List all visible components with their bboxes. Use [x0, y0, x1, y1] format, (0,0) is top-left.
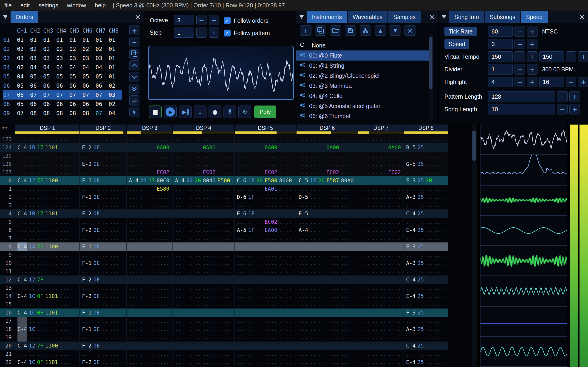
- menu-help[interactable]: help: [90, 2, 110, 9]
- pattern-cell-dsp6[interactable]: ...............: [296, 309, 358, 317]
- tab-wavetables[interactable]: Wavetables: [348, 11, 388, 23]
- pattern-cell-dsp8[interactable]: ...........: [404, 333, 448, 342]
- pattern-cell-dsp2[interactable]: ...........: [79, 251, 126, 259]
- pattern-cell-dsp6[interactable]: ...............: [296, 201, 358, 209]
- pattern-cell-dsp6[interactable]: ...............: [296, 242, 358, 251]
- pattern-cell-dsp4[interactable]: ...............: [173, 251, 234, 259]
- order-cell[interactable]: 07: [95, 110, 109, 117]
- pattern-cell-dsp3[interactable]: ...........: [126, 135, 173, 143]
- pattern-cell-dsp8[interactable]: ...........: [404, 218, 448, 226]
- pattern-cell-dsp7[interactable]: ...........: [358, 209, 404, 218]
- song-info-close-icon[interactable]: ×: [576, 11, 588, 23]
- pattern-cell-dsp8[interactable]: E-425......: [404, 292, 448, 300]
- pattern-cell-dsp4[interactable]: ...............: [173, 325, 234, 333]
- decrease-button[interactable]: −: [515, 26, 525, 37]
- channel-header-7[interactable]: DSP 7: [358, 125, 404, 135]
- pattern-cell-dsp3[interactable]: ...........: [126, 267, 173, 275]
- virtual-tempo-input[interactable]: 150: [488, 51, 513, 62]
- pattern-cell-dsp5[interactable]: ...............: [234, 152, 296, 160]
- pattern-cell-dsp7[interactable]: ...........: [358, 152, 404, 160]
- order-cell[interactable]: 03: [30, 55, 43, 61]
- pattern-cell-dsp1[interactable]: ...............: [15, 135, 79, 143]
- menu-edit[interactable]: edit: [16, 2, 34, 9]
- order-cell[interactable]: 03: [82, 55, 95, 61]
- channel-header-2[interactable]: DSP 2: [79, 125, 126, 135]
- tab-subsongs[interactable]: Subsongs: [485, 11, 520, 23]
- add-order-button[interactable]: +: [129, 25, 139, 35]
- pattern-cell-dsp5[interactable]: ...............: [234, 292, 296, 300]
- repeat-button[interactable]: ↻: [238, 106, 251, 118]
- order-cell[interactable]: 03: [43, 55, 56, 61]
- order-cell[interactable]: 02: [82, 46, 95, 52]
- pattern-cell-dsp8[interactable]: F-32520....: [404, 176, 448, 185]
- pattern-cell-dsp7[interactable]: ...........: [358, 193, 404, 201]
- pattern-cell-dsp4[interactable]: ...............: [173, 193, 234, 201]
- stop-button[interactable]: ■: [149, 106, 162, 118]
- order-cell[interactable]: 04: [69, 64, 82, 71]
- pattern-cell-dsp4[interactable]: ...............: [173, 226, 234, 234]
- increase-button[interactable]: +: [527, 64, 537, 75]
- pattern-cell-dsp2[interactable]: ...........: [79, 300, 126, 309]
- order-cell[interactable]: 01: [95, 37, 109, 43]
- pattern-cell-dsp2[interactable]: E-20E......: [79, 160, 126, 168]
- pattern-cell-dsp7[interactable]: ...........: [358, 226, 404, 234]
- tab-samples[interactable]: Samples: [388, 11, 421, 23]
- pattern-cell-dsp2[interactable]: F-20E......: [79, 226, 126, 234]
- pattern-cell-dsp5[interactable]: ...............: [234, 160, 296, 168]
- pattern-cell-dsp3[interactable]: ...........: [126, 333, 173, 342]
- increase-button[interactable]: +: [569, 104, 580, 115]
- increase-button[interactable]: +: [578, 51, 588, 62]
- pattern-cell-dsp1[interactable]: C-41B171101....: [15, 143, 79, 152]
- pattern-cell-dsp6[interactable]: ...............: [296, 251, 358, 259]
- pattern-cell-dsp5[interactable]: ...............: [234, 251, 296, 259]
- pattern-cell-dsp3[interactable]: .......E580: [126, 185, 173, 193]
- metronome-button[interactable]: [224, 106, 236, 118]
- pattern-cell-dsp5[interactable]: ...............: [234, 242, 296, 251]
- pattern-cell-dsp1[interactable]: C-4127F........: [15, 275, 79, 284]
- decrease-button[interactable]: −: [557, 104, 568, 115]
- order-cell[interactable]: 05: [69, 73, 82, 80]
- pattern-cell-dsp1[interactable]: ...............: [15, 284, 79, 292]
- pattern-cell-dsp4[interactable]: ...............: [173, 259, 234, 267]
- pattern-cell-dsp4[interactable]: .......0A00....: [173, 143, 234, 152]
- pattern-cell-dsp6[interactable]: ...............: [296, 350, 358, 358]
- pattern-cell-dsp6[interactable]: .......EC02....: [296, 168, 358, 176]
- pattern-cell-dsp1[interactable]: ...............: [15, 259, 79, 267]
- pattern-cell-dsp1[interactable]: ...............: [15, 333, 79, 342]
- instruments-scrollbar-thumb[interactable]: [429, 37, 432, 90]
- pattern-cell-dsp7[interactable]: ...........: [358, 267, 404, 275]
- pattern-cell-dsp5[interactable]: A-51F..EA00....: [234, 226, 296, 234]
- order-row[interactable]: 080506060606060602: [3, 100, 122, 109]
- pattern-cell-dsp2[interactable]: F-10E......: [79, 309, 126, 317]
- pattern-cell-dsp4[interactable]: ...............: [173, 342, 234, 350]
- pattern-cell-dsp8[interactable]: ...........: [404, 234, 448, 242]
- order-cell[interactable]: 01: [43, 37, 56, 43]
- order-cell[interactable]: 03: [109, 92, 122, 98]
- order-cell[interactable]: 01: [17, 37, 30, 43]
- pattern-cell-dsp3[interactable]: .......EC02: [126, 168, 173, 176]
- pattern-cell-dsp6[interactable]: A-4............: [296, 226, 358, 234]
- pattern-cell-dsp8[interactable]: A-325......: [404, 193, 448, 201]
- increase-button[interactable]: +: [569, 91, 580, 102]
- pattern-cell-dsp3[interactable]: ...........: [126, 259, 173, 267]
- decrease-button[interactable]: −: [566, 51, 576, 62]
- instrument-item[interactable]: 00: @0 Flute: [296, 50, 431, 60]
- order-cell[interactable]: 08: [82, 110, 95, 117]
- pattern-cell-dsp7[interactable]: ...........: [358, 251, 404, 259]
- decrease-button[interactable]: −: [515, 77, 525, 87]
- duplicate-order-button[interactable]: [129, 49, 139, 59]
- order-cell[interactable]: 05: [95, 73, 109, 80]
- pattern-cell-dsp5[interactable]: ...............: [234, 317, 296, 325]
- order-cell[interactable]: 06: [43, 101, 56, 107]
- instruments-close-icon[interactable]: ×: [426, 11, 438, 23]
- octave-decrease-button[interactable]: −: [196, 15, 207, 25]
- order-cell[interactable]: 06: [69, 101, 82, 107]
- order-cell[interactable]: 01: [82, 37, 95, 43]
- pattern-cell-dsp7[interactable]: ...........: [358, 242, 404, 251]
- pattern-cell-dsp5[interactable]: ...............: [234, 234, 296, 242]
- order-cell[interactable]: 06: [30, 101, 43, 107]
- order-cell[interactable]: 08: [30, 110, 43, 117]
- step-input[interactable]: 1: [174, 27, 194, 38]
- instrument-item[interactable]: 06: @6 Trumpet: [296, 111, 431, 121]
- order-row[interactable]: 070607070707070703: [3, 90, 122, 100]
